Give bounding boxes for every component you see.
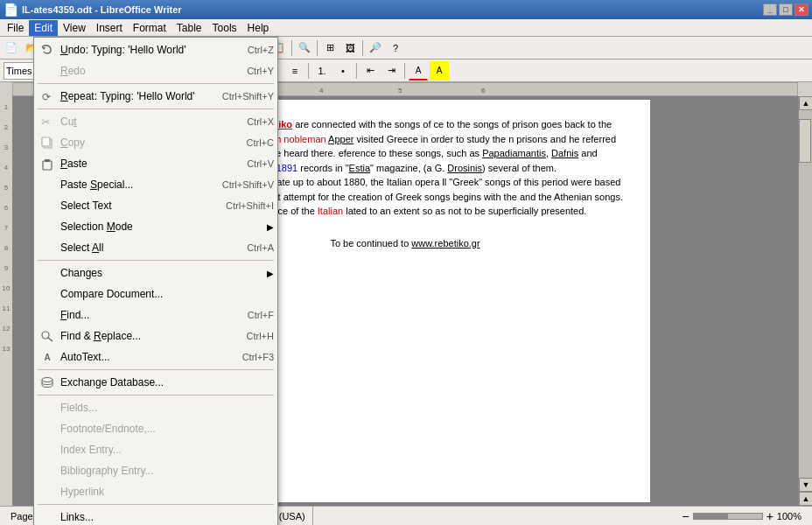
- svg-point-6: [42, 332, 49, 339]
- indent-less-button[interactable]: ⇤: [360, 61, 380, 80]
- copy-label: Copy: [60, 136, 240, 149]
- menu-tools[interactable]: Tools: [207, 20, 242, 36]
- repeat-label: Repeat: Typing: 'Hello World': [60, 90, 215, 102]
- margin-num-13: 13: [3, 345, 10, 353]
- scroll-page-up[interactable]: ▲: [799, 492, 812, 506]
- menu-entry-find-replace[interactable]: Find & Replace... Ctrl+H: [34, 326, 277, 346]
- menu-entry-find[interactable]: Find... Ctrl+F: [34, 304, 277, 326]
- margin-num-2: 2: [4, 123, 8, 131]
- compare-icon: [38, 285, 57, 303]
- paste-label: Paste: [60, 158, 240, 170]
- numbering-button[interactable]: 1.: [312, 61, 332, 80]
- scroll-thumb[interactable]: [799, 119, 811, 163]
- insert-table-button[interactable]: ⊞: [320, 38, 340, 58]
- undo-icon: [38, 41, 57, 59]
- menu-entry-repeat[interactable]: ⟳ Repeat: Typing: 'Hello World' Ctrl+Shi…: [34, 86, 277, 107]
- menu-entry-copy: Copy Ctrl+C: [34, 132, 277, 153]
- margin-num-9: 9: [4, 264, 8, 272]
- scroll-track[interactable]: [799, 110, 812, 478]
- menu-edit[interactable]: Edit: [29, 20, 58, 36]
- redo-shortcut: Ctrl+Y: [247, 66, 274, 76]
- autotext-shortcut: Ctrl+F3: [242, 352, 274, 362]
- new-button[interactable]: 📄: [2, 38, 21, 58]
- cut-icon: ✂: [38, 113, 57, 130]
- selection-mode-label: Selection Mode: [60, 220, 263, 233]
- zoom-controls: − + 100%: [682, 509, 808, 523]
- align-justify-button[interactable]: ≡: [285, 61, 304, 80]
- margin-num-7: 7: [4, 224, 8, 232]
- menu-entry-links[interactable]: Links...: [34, 507, 277, 525]
- maximize-button[interactable]: □: [779, 4, 793, 16]
- margin-num-5: 5: [4, 184, 8, 192]
- menu-entry-compare[interactable]: Compare Document...: [34, 284, 277, 304]
- website-link[interactable]: www.rebetiko.gr: [411, 238, 480, 248]
- menu-help[interactable]: Help: [242, 20, 275, 36]
- toolbar-separator-7: [317, 40, 318, 56]
- year-1891: 1891: [276, 163, 298, 173]
- menu-entry-redo: Redo Ctrl+Y: [34, 60, 277, 81]
- menu-table[interactable]: Table: [172, 20, 207, 36]
- zoom-slider[interactable]: [693, 513, 763, 520]
- menu-entry-exchange-db[interactable]: Exchange Database...: [34, 372, 277, 393]
- menu-view[interactable]: View: [58, 20, 91, 36]
- vertical-scrollbar: ▲ ▼ ▲: [798, 96, 812, 506]
- select-text-label: Select Text: [60, 200, 219, 212]
- menu-entry-fields: Fields...: [34, 397, 277, 418]
- scroll-down-button[interactable]: ▼: [799, 478, 812, 492]
- title-text: IL-ates4359.odt - LibreOffice Writer: [22, 4, 763, 15]
- menu-sep-4: [38, 369, 274, 370]
- help-button[interactable]: ?: [386, 38, 405, 58]
- close-button[interactable]: ✕: [794, 4, 808, 16]
- menu-entry-paste-special[interactable]: Paste Special... Ctrl+Shift+V: [34, 174, 277, 195]
- insert-image-button[interactable]: 🖼: [340, 38, 360, 58]
- menu-entry-undo[interactable]: Undo: Typing: 'Hello World' Ctrl+Z: [34, 39, 277, 60]
- menu-entry-paste[interactable]: Paste Ctrl+V: [34, 153, 277, 174]
- copy-icon: [38, 134, 57, 151]
- paste-shortcut: Ctrl+V: [247, 158, 274, 169]
- svg-rect-4: [43, 161, 52, 170]
- svg-rect-3: [42, 137, 50, 146]
- zoom-button[interactable]: 🔎: [366, 38, 385, 58]
- menu-insert[interactable]: Insert: [91, 20, 128, 36]
- hyperlink-icon: [38, 483, 57, 500]
- bullets-button[interactable]: •: [333, 61, 353, 80]
- scroll-up-button[interactable]: ▲: [799, 96, 812, 110]
- paste-special-icon: [38, 176, 57, 193]
- menu-file[interactable]: File: [2, 20, 29, 36]
- changes-icon: [38, 264, 57, 282]
- margin-num-4: 4: [4, 164, 8, 172]
- minimize-button[interactable]: _: [763, 4, 777, 16]
- zoom-out-button[interactable]: −: [682, 509, 689, 523]
- fmt-separator-4: [356, 63, 357, 79]
- menu-entry-footnote: Footnote/Endnote,...: [34, 418, 277, 439]
- zoom-slider-fill: [694, 514, 728, 519]
- menu-entry-selection-mode[interactable]: Selection Mode ▶: [34, 216, 277, 237]
- title-bar: 📄 IL-ates4359.odt - LibreOffice Writer _…: [0, 0, 812, 19]
- menu-entry-changes[interactable]: Changes ▶: [34, 262, 277, 284]
- redo-label: Redo: [60, 65, 240, 77]
- highlight-button[interactable]: A: [430, 61, 449, 80]
- margin-num-8: 8: [4, 244, 8, 252]
- zoom-in-button[interactable]: +: [766, 509, 774, 523]
- footnote-label: Footnote/Endnote,...: [60, 423, 274, 435]
- menu-bar: File Edit View Insert Format Table Tools…: [0, 19, 812, 37]
- changes-arrow: ▶: [267, 269, 274, 278]
- app-icon: 📄: [4, 3, 18, 17]
- copy-shortcut: Ctrl+C: [247, 137, 274, 148]
- font-color-button[interactable]: A: [409, 61, 428, 80]
- menu-entry-select-all[interactable]: Select All Ctrl+A: [34, 237, 277, 258]
- find-shortcut: Ctrl+F: [248, 310, 274, 320]
- menu-entry-cut: ✂ Cut Ctrl+X: [34, 111, 277, 132]
- menu-format[interactable]: Format: [128, 20, 172, 36]
- apper-text: Apper: [328, 134, 354, 144]
- edit-dropdown-menu: Undo: Typing: 'Hello World' Ctrl+Z Redo …: [33, 37, 278, 525]
- find-button[interactable]: 🔍: [295, 38, 314, 58]
- ruler-scrollbar-top: [798, 82, 812, 96]
- exchange-db-label: Exchange Database...: [60, 376, 274, 388]
- fields-icon: [38, 399, 57, 416]
- selection-mode-arrow: ▶: [267, 222, 274, 232]
- menu-entry-autotext[interactable]: A AutoText... Ctrl+F3: [34, 346, 277, 368]
- svg-line-7: [48, 338, 52, 341]
- indent-more-button[interactable]: ⇥: [382, 61, 401, 80]
- menu-entry-select-text[interactable]: Select Text Ctrl+Shift+I: [34, 195, 277, 216]
